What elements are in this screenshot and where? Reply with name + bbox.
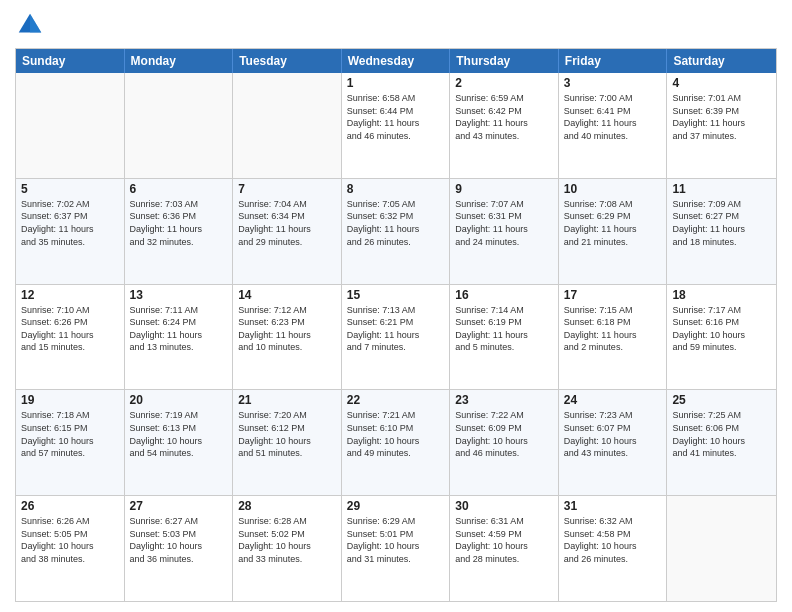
day-number: 17: [564, 288, 662, 302]
day-info: Sunrise: 7:02 AM Sunset: 6:37 PM Dayligh…: [21, 198, 119, 248]
day-cell-1: 1Sunrise: 6:58 AM Sunset: 6:44 PM Daylig…: [342, 73, 451, 178]
day-number: 12: [21, 288, 119, 302]
empty-cell: [16, 73, 125, 178]
day-number: 14: [238, 288, 336, 302]
day-info: Sunrise: 7:25 AM Sunset: 6:06 PM Dayligh…: [672, 409, 771, 459]
day-info: Sunrise: 7:09 AM Sunset: 6:27 PM Dayligh…: [672, 198, 771, 248]
header-day-friday: Friday: [559, 49, 668, 73]
empty-cell: [125, 73, 234, 178]
day-number: 2: [455, 76, 553, 90]
day-info: Sunrise: 6:27 AM Sunset: 5:03 PM Dayligh…: [130, 515, 228, 565]
header-day-wednesday: Wednesday: [342, 49, 451, 73]
day-cell-29: 29Sunrise: 6:29 AM Sunset: 5:01 PM Dayli…: [342, 496, 451, 601]
day-cell-10: 10Sunrise: 7:08 AM Sunset: 6:29 PM Dayli…: [559, 179, 668, 284]
day-cell-25: 25Sunrise: 7:25 AM Sunset: 6:06 PM Dayli…: [667, 390, 776, 495]
day-info: Sunrise: 7:03 AM Sunset: 6:36 PM Dayligh…: [130, 198, 228, 248]
day-number: 25: [672, 393, 771, 407]
header-day-saturday: Saturday: [667, 49, 776, 73]
week-row-2: 5Sunrise: 7:02 AM Sunset: 6:37 PM Daylig…: [16, 178, 776, 284]
day-number: 1: [347, 76, 445, 90]
day-number: 6: [130, 182, 228, 196]
empty-cell: [233, 73, 342, 178]
day-info: Sunrise: 6:26 AM Sunset: 5:05 PM Dayligh…: [21, 515, 119, 565]
day-number: 13: [130, 288, 228, 302]
calendar-header-row: SundayMondayTuesdayWednesdayThursdayFrid…: [16, 49, 776, 73]
day-info: Sunrise: 6:58 AM Sunset: 6:44 PM Dayligh…: [347, 92, 445, 142]
day-number: 23: [455, 393, 553, 407]
day-info: Sunrise: 7:01 AM Sunset: 6:39 PM Dayligh…: [672, 92, 771, 142]
day-number: 29: [347, 499, 445, 513]
day-number: 10: [564, 182, 662, 196]
calendar-body: 1Sunrise: 6:58 AM Sunset: 6:44 PM Daylig…: [16, 73, 776, 601]
day-info: Sunrise: 6:59 AM Sunset: 6:42 PM Dayligh…: [455, 92, 553, 142]
day-info: Sunrise: 7:08 AM Sunset: 6:29 PM Dayligh…: [564, 198, 662, 248]
day-number: 27: [130, 499, 228, 513]
day-cell-13: 13Sunrise: 7:11 AM Sunset: 6:24 PM Dayli…: [125, 285, 234, 390]
day-cell-26: 26Sunrise: 6:26 AM Sunset: 5:05 PM Dayli…: [16, 496, 125, 601]
day-cell-28: 28Sunrise: 6:28 AM Sunset: 5:02 PM Dayli…: [233, 496, 342, 601]
day-info: Sunrise: 7:19 AM Sunset: 6:13 PM Dayligh…: [130, 409, 228, 459]
header: [15, 10, 777, 40]
day-cell-8: 8Sunrise: 7:05 AM Sunset: 6:32 PM Daylig…: [342, 179, 451, 284]
day-number: 9: [455, 182, 553, 196]
week-row-5: 26Sunrise: 6:26 AM Sunset: 5:05 PM Dayli…: [16, 495, 776, 601]
day-info: Sunrise: 7:10 AM Sunset: 6:26 PM Dayligh…: [21, 304, 119, 354]
day-cell-18: 18Sunrise: 7:17 AM Sunset: 6:16 PM Dayli…: [667, 285, 776, 390]
day-info: Sunrise: 7:17 AM Sunset: 6:16 PM Dayligh…: [672, 304, 771, 354]
day-info: Sunrise: 7:15 AM Sunset: 6:18 PM Dayligh…: [564, 304, 662, 354]
day-number: 24: [564, 393, 662, 407]
logo: [15, 10, 49, 40]
header-day-tuesday: Tuesday: [233, 49, 342, 73]
day-cell-27: 27Sunrise: 6:27 AM Sunset: 5:03 PM Dayli…: [125, 496, 234, 601]
day-info: Sunrise: 7:00 AM Sunset: 6:41 PM Dayligh…: [564, 92, 662, 142]
day-info: Sunrise: 6:29 AM Sunset: 5:01 PM Dayligh…: [347, 515, 445, 565]
day-info: Sunrise: 6:28 AM Sunset: 5:02 PM Dayligh…: [238, 515, 336, 565]
header-day-thursday: Thursday: [450, 49, 559, 73]
svg-marker-1: [30, 14, 41, 33]
week-row-3: 12Sunrise: 7:10 AM Sunset: 6:26 PM Dayli…: [16, 284, 776, 390]
day-cell-21: 21Sunrise: 7:20 AM Sunset: 6:12 PM Dayli…: [233, 390, 342, 495]
day-number: 4: [672, 76, 771, 90]
day-info: Sunrise: 7:14 AM Sunset: 6:19 PM Dayligh…: [455, 304, 553, 354]
day-cell-23: 23Sunrise: 7:22 AM Sunset: 6:09 PM Dayli…: [450, 390, 559, 495]
day-number: 8: [347, 182, 445, 196]
day-info: Sunrise: 7:21 AM Sunset: 6:10 PM Dayligh…: [347, 409, 445, 459]
day-number: 19: [21, 393, 119, 407]
day-number: 16: [455, 288, 553, 302]
day-cell-15: 15Sunrise: 7:13 AM Sunset: 6:21 PM Dayli…: [342, 285, 451, 390]
day-number: 28: [238, 499, 336, 513]
day-cell-31: 31Sunrise: 6:32 AM Sunset: 4:58 PM Dayli…: [559, 496, 668, 601]
day-cell-4: 4Sunrise: 7:01 AM Sunset: 6:39 PM Daylig…: [667, 73, 776, 178]
week-row-4: 19Sunrise: 7:18 AM Sunset: 6:15 PM Dayli…: [16, 389, 776, 495]
day-info: Sunrise: 7:05 AM Sunset: 6:32 PM Dayligh…: [347, 198, 445, 248]
day-cell-5: 5Sunrise: 7:02 AM Sunset: 6:37 PM Daylig…: [16, 179, 125, 284]
day-cell-16: 16Sunrise: 7:14 AM Sunset: 6:19 PM Dayli…: [450, 285, 559, 390]
logo-icon: [15, 10, 45, 40]
day-cell-14: 14Sunrise: 7:12 AM Sunset: 6:23 PM Dayli…: [233, 285, 342, 390]
day-cell-19: 19Sunrise: 7:18 AM Sunset: 6:15 PM Dayli…: [16, 390, 125, 495]
week-row-1: 1Sunrise: 6:58 AM Sunset: 6:44 PM Daylig…: [16, 73, 776, 178]
day-number: 22: [347, 393, 445, 407]
day-info: Sunrise: 7:22 AM Sunset: 6:09 PM Dayligh…: [455, 409, 553, 459]
header-day-monday: Monday: [125, 49, 234, 73]
day-cell-7: 7Sunrise: 7:04 AM Sunset: 6:34 PM Daylig…: [233, 179, 342, 284]
day-cell-11: 11Sunrise: 7:09 AM Sunset: 6:27 PM Dayli…: [667, 179, 776, 284]
day-cell-20: 20Sunrise: 7:19 AM Sunset: 6:13 PM Dayli…: [125, 390, 234, 495]
day-info: Sunrise: 7:18 AM Sunset: 6:15 PM Dayligh…: [21, 409, 119, 459]
day-info: Sunrise: 7:11 AM Sunset: 6:24 PM Dayligh…: [130, 304, 228, 354]
day-number: 31: [564, 499, 662, 513]
day-info: Sunrise: 6:31 AM Sunset: 4:59 PM Dayligh…: [455, 515, 553, 565]
day-cell-17: 17Sunrise: 7:15 AM Sunset: 6:18 PM Dayli…: [559, 285, 668, 390]
day-number: 18: [672, 288, 771, 302]
day-number: 11: [672, 182, 771, 196]
day-cell-12: 12Sunrise: 7:10 AM Sunset: 6:26 PM Dayli…: [16, 285, 125, 390]
day-cell-3: 3Sunrise: 7:00 AM Sunset: 6:41 PM Daylig…: [559, 73, 668, 178]
day-info: Sunrise: 6:32 AM Sunset: 4:58 PM Dayligh…: [564, 515, 662, 565]
page: SundayMondayTuesdayWednesdayThursdayFrid…: [0, 0, 792, 612]
day-cell-30: 30Sunrise: 6:31 AM Sunset: 4:59 PM Dayli…: [450, 496, 559, 601]
day-info: Sunrise: 7:04 AM Sunset: 6:34 PM Dayligh…: [238, 198, 336, 248]
day-cell-22: 22Sunrise: 7:21 AM Sunset: 6:10 PM Dayli…: [342, 390, 451, 495]
day-number: 21: [238, 393, 336, 407]
day-cell-24: 24Sunrise: 7:23 AM Sunset: 6:07 PM Dayli…: [559, 390, 668, 495]
day-info: Sunrise: 7:23 AM Sunset: 6:07 PM Dayligh…: [564, 409, 662, 459]
